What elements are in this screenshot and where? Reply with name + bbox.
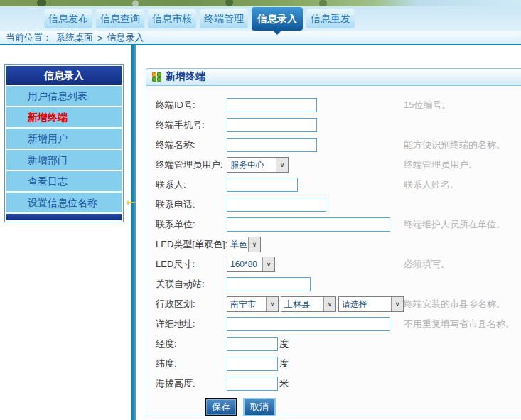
header-photo-banner [0,0,521,6]
form-row-terminal-name: 终端名称:能方便识别终端的名称。 [146,135,521,155]
sidebar-title: 信息录入 [6,66,122,85]
longitude-unit: 度 [279,338,289,350]
form-row-latitude: 纬度:度 [146,354,521,374]
sidebar-divider [131,45,136,420]
form-row-longitude: 经度:度 [146,334,521,354]
terminal-name-hint: 能方便识别终端的名称。 [404,139,505,151]
form-row-contact-phone: 联系电话: [146,195,521,215]
region-county-select[interactable]: 上林县∨ [281,296,336,312]
latitude-unit: 度 [279,357,289,370]
address-label: 详细地址: [156,318,227,330]
contact-phone-input[interactable] [227,198,326,212]
module-grid-icon [152,72,161,82]
terminal-id-hint: 15位编号。 [404,99,451,112]
region-town-selected-value: 请选择 [339,298,391,311]
address-input[interactable] [227,317,390,331]
page: 信息发布信息查询信息审核终端管理信息录入信息重发 当前位置： 系统桌面 > 信息… [0,0,521,420]
form-row-terminal-id: 终端ID号:15位编号。 [146,95,521,115]
chevron-down-icon: ∨ [323,297,335,311]
form-row-contact-org: 联系单位:终端维护人员所在单位。 [146,215,521,235]
admin-user-hint: 终端管理员用户。 [404,158,478,171]
main-nav-tabs: 信息发布信息查询信息审核终端管理信息录入信息重发 [0,6,521,31]
led-size-hint: 必须填写。 [404,258,450,271]
terminal-id-input[interactable] [227,98,317,112]
form-row-contact-person: 联系人:联系人姓名。 [146,175,521,195]
address-hint: 不用重复填写省市县名称。 [404,318,515,330]
led-type-selected-value: 单色 [227,239,248,251]
tab-info-query[interactable]: 信息查询 [96,9,144,28]
add-terminal-form: 终端ID号:15位编号。终端手机号:终端名称:能方便识别终端的名称。终端管理员用… [146,86,521,416]
tab-terminal-manage[interactable]: 终端管理 [200,9,248,28]
collapse-sidebar-arrow-icon[interactable]: ← [124,193,138,207]
form-row-led-size: LED尺寸:160*80∨必须填写。 [146,254,521,274]
contact-person-label: 联系人: [156,178,227,191]
form-row-address: 详细地址:不用重复填写省市县名称。 [146,314,521,334]
led-type-select[interactable]: 单色∨ [227,237,261,252]
contact-org-hint: 终端维护人员所在单位。 [404,218,505,231]
terminal-phone-input[interactable] [227,118,317,132]
tab-info-entry[interactable]: 信息录入 [252,7,303,31]
region-town-select[interactable]: 请选择∨ [338,296,404,312]
sidebar: 信息录入 用户信息列表新增终端新增用户新增部门查看日志设置信息位名称 [4,64,124,222]
auto-station-label: 关联自动站: [156,278,227,291]
terminal-id-label: 终端ID号: [156,99,227,112]
breadcrumb-separator: > [97,33,103,43]
chevron-down-icon: ∨ [391,297,403,311]
sidebar-item-user-info-list[interactable]: 用户信息列表 [6,86,122,106]
add-terminal-panel: 新增终端 终端ID号:15位编号。终端手机号:终端名称:能方便识别终端的名称。终… [146,68,521,416]
form-row-region: 行政区划:南宁市∨上林县∨请选择∨终端安装的市县乡名称。 [146,294,521,314]
chevron-down-icon: ∨ [262,257,274,271]
tab-info-publish[interactable]: 信息发布 [44,9,92,28]
tab-info-resend[interactable]: 信息重发 [306,9,355,28]
latitude-label: 纬度: [156,357,227,370]
form-row-led-type: LED类型[单双色]:单色∨ [146,235,521,254]
admin-user-label: 终端管理员用户: [156,158,227,171]
chevron-down-icon: ∨ [276,158,288,172]
led-size-select[interactable]: 160*80∨ [227,257,275,272]
terminal-phone-label: 终端手机号: [156,119,227,131]
latitude-input[interactable] [227,357,278,371]
form-row-terminal-phone: 终端手机号: [146,115,521,135]
led-size-selected-value: 160*80 [227,259,262,269]
region-county-selected-value: 上林县 [281,298,323,311]
sidebar-item-set-info-slot-name[interactable]: 设置信息位名称 [6,193,122,212]
panel-title: 新增终端 [166,70,205,83]
led-type-label: LED类型[单双色]: [156,238,227,251]
region-city-select[interactable]: 南宁市∨ [227,296,279,312]
led-size-label: LED尺寸: [156,258,227,271]
cancel-button[interactable]: 取消 [243,398,276,416]
longitude-input[interactable] [227,337,278,351]
tab-info-audit[interactable]: 信息审核 [148,9,196,28]
auto-station-input[interactable] [227,277,311,291]
sidebar-item-view-logs[interactable]: 查看日志 [6,171,122,191]
altitude-label: 海拔高度: [156,377,227,390]
region-label: 行政区划: [156,298,227,311]
terminal-name-input[interactable] [227,138,317,152]
form-row-auto-station: 关联自动站: [146,274,521,294]
contact-phone-label: 联系电话: [156,198,227,211]
contact-person-hint: 联系人姓名。 [404,178,459,191]
form-buttons: 保存取消 [146,398,521,416]
chevron-down-icon: ∨ [248,237,260,252]
save-button[interactable]: 保存 [205,398,237,416]
form-row-admin-user: 终端管理员用户:服务中心∨终端管理员用户。 [146,155,521,175]
breadcrumb-link-system-desktop[interactable]: 系统桌面 [56,31,93,44]
form-row-altitude: 海拔高度:米 [146,374,521,394]
contact-person-input[interactable] [227,178,298,192]
contact-org-label: 联系单位: [156,218,227,231]
sidebar-item-add-terminal[interactable]: 新增终端 [6,107,122,127]
admin-user-select[interactable]: 服务中心∨ [227,157,289,173]
longitude-label: 经度: [156,338,227,350]
sidebar-menu: 用户信息列表新增终端新增用户新增部门查看日志设置信息位名称 [6,86,122,212]
contact-org-input[interactable] [227,217,390,232]
sidebar-item-add-user[interactable]: 新增用户 [6,129,122,149]
region-city-selected-value: 南宁市 [227,298,266,311]
region-hint: 终端安装的市县乡名称。 [404,298,505,311]
breadcrumb-prefix: 当前位置： [6,31,52,44]
breadcrumb: 当前位置： 系统桌面 > 信息录入 [0,31,521,45]
altitude-unit: 米 [279,377,289,390]
sidebar-item-add-department[interactable]: 新增部门 [6,150,122,170]
panel-header: 新增终端 [146,69,521,86]
terminal-name-label: 终端名称: [156,139,227,151]
altitude-input[interactable] [227,377,278,391]
